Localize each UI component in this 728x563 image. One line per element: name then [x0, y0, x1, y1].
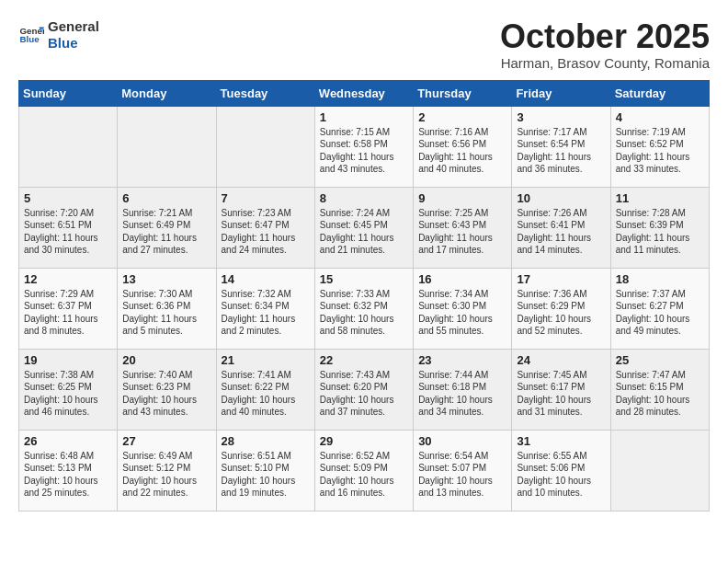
day-info: Sunrise: 7:32 AM Sunset: 6:34 PM Dayligh…: [222, 288, 310, 338]
calendar-cell: 7Sunrise: 7:23 AM Sunset: 6:47 PM Daylig…: [216, 187, 314, 268]
calendar-cell: 25Sunrise: 7:47 AM Sunset: 6:15 PM Dayli…: [610, 349, 709, 430]
calendar-cell: 11Sunrise: 7:28 AM Sunset: 6:39 PM Dayli…: [610, 187, 709, 268]
weekday-header-friday: Friday: [512, 80, 610, 106]
calendar-week-4: 19Sunrise: 7:38 AM Sunset: 6:25 PM Dayli…: [19, 349, 710, 430]
day-info: Sunrise: 7:19 AM Sunset: 6:52 PM Dayligh…: [616, 126, 704, 176]
day-number: 15: [320, 272, 408, 286]
day-info: Sunrise: 6:52 AM Sunset: 5:09 PM Dayligh…: [320, 450, 408, 500]
day-info: Sunrise: 7:44 AM Sunset: 6:18 PM Dayligh…: [418, 369, 506, 419]
title-block: October 2025 Harman, Brasov County, Roma…: [500, 18, 710, 71]
calendar-cell: 23Sunrise: 7:44 AM Sunset: 6:18 PM Dayli…: [414, 349, 512, 430]
day-info: Sunrise: 7:33 AM Sunset: 6:32 PM Dayligh…: [320, 288, 408, 338]
day-number: 22: [320, 353, 408, 367]
day-info: Sunrise: 7:36 AM Sunset: 6:29 PM Dayligh…: [517, 288, 605, 338]
calendar-cell: 5Sunrise: 7:20 AM Sunset: 6:51 PM Daylig…: [19, 187, 118, 268]
calendar-cell: 12Sunrise: 7:29 AM Sunset: 6:37 PM Dayli…: [19, 268, 118, 349]
day-info: Sunrise: 7:16 AM Sunset: 6:56 PM Dayligh…: [418, 126, 506, 176]
calendar-cell: 13Sunrise: 7:30 AM Sunset: 6:36 PM Dayli…: [118, 268, 216, 349]
logo-blue: Blue: [48, 35, 78, 51]
day-info: Sunrise: 7:43 AM Sunset: 6:20 PM Dayligh…: [320, 369, 408, 419]
logo-text: General Blue: [48, 18, 99, 52]
calendar-cell: 6Sunrise: 7:21 AM Sunset: 6:49 PM Daylig…: [118, 187, 216, 268]
logo: General Blue General Blue: [18, 18, 99, 52]
day-info: Sunrise: 6:54 AM Sunset: 5:07 PM Dayligh…: [418, 450, 506, 500]
day-info: Sunrise: 7:37 AM Sunset: 6:27 PM Dayligh…: [616, 288, 704, 338]
day-number: 5: [24, 191, 112, 205]
calendar-week-3: 12Sunrise: 7:29 AM Sunset: 6:37 PM Dayli…: [19, 268, 710, 349]
calendar-cell: 2Sunrise: 7:16 AM Sunset: 6:56 PM Daylig…: [414, 106, 512, 187]
day-info: Sunrise: 7:23 AM Sunset: 6:47 PM Dayligh…: [222, 207, 310, 257]
weekday-header-tuesday: Tuesday: [216, 80, 314, 106]
weekday-header-wednesday: Wednesday: [314, 80, 413, 106]
day-number: 2: [418, 110, 506, 124]
day-number: 17: [517, 272, 605, 286]
calendar-cell: 10Sunrise: 7:26 AM Sunset: 6:41 PM Dayli…: [512, 187, 610, 268]
weekday-header-sunday: Sunday: [19, 80, 118, 106]
day-number: 1: [320, 110, 408, 124]
calendar-cell: 29Sunrise: 6:52 AM Sunset: 5:09 PM Dayli…: [314, 430, 413, 511]
calendar-cell: 31Sunrise: 6:55 AM Sunset: 5:06 PM Dayli…: [512, 430, 610, 511]
calendar-cell: 1Sunrise: 7:15 AM Sunset: 6:58 PM Daylig…: [314, 106, 413, 187]
weekday-header-monday: Monday: [118, 80, 216, 106]
calendar-week-2: 5Sunrise: 7:20 AM Sunset: 6:51 PM Daylig…: [19, 187, 710, 268]
logo-general: General: [48, 18, 99, 34]
calendar-cell: [610, 430, 709, 511]
calendar-cell: 15Sunrise: 7:33 AM Sunset: 6:32 PM Dayli…: [314, 268, 413, 349]
day-info: Sunrise: 7:34 AM Sunset: 6:30 PM Dayligh…: [418, 288, 506, 338]
day-info: Sunrise: 7:47 AM Sunset: 6:15 PM Dayligh…: [616, 369, 704, 419]
calendar-week-5: 26Sunrise: 6:48 AM Sunset: 5:13 PM Dayli…: [19, 430, 710, 511]
calendar-cell: 18Sunrise: 7:37 AM Sunset: 6:27 PM Dayli…: [610, 268, 709, 349]
calendar-cell: 8Sunrise: 7:24 AM Sunset: 6:45 PM Daylig…: [314, 187, 413, 268]
day-info: Sunrise: 7:38 AM Sunset: 6:25 PM Dayligh…: [24, 369, 112, 419]
calendar-cell: [19, 106, 118, 187]
day-info: Sunrise: 7:29 AM Sunset: 6:37 PM Dayligh…: [24, 288, 112, 338]
day-number: 31: [517, 434, 605, 448]
day-info: Sunrise: 7:26 AM Sunset: 6:41 PM Dayligh…: [517, 207, 605, 257]
day-number: 8: [320, 191, 408, 205]
calendar-cell: 24Sunrise: 7:45 AM Sunset: 6:17 PM Dayli…: [512, 349, 610, 430]
day-info: Sunrise: 7:28 AM Sunset: 6:39 PM Dayligh…: [616, 207, 704, 257]
day-number: 26: [24, 434, 112, 448]
calendar-cell: 22Sunrise: 7:43 AM Sunset: 6:20 PM Dayli…: [314, 349, 413, 430]
day-number: 27: [122, 434, 210, 448]
day-info: Sunrise: 7:25 AM Sunset: 6:43 PM Dayligh…: [418, 207, 506, 257]
day-number: 29: [320, 434, 408, 448]
day-number: 18: [616, 272, 704, 286]
day-number: 25: [616, 353, 704, 367]
day-info: Sunrise: 6:55 AM Sunset: 5:06 PM Dayligh…: [517, 450, 605, 500]
calendar-cell: 16Sunrise: 7:34 AM Sunset: 6:30 PM Dayli…: [414, 268, 512, 349]
day-info: Sunrise: 6:51 AM Sunset: 5:10 PM Dayligh…: [222, 450, 310, 500]
calendar-cell: 3Sunrise: 7:17 AM Sunset: 6:54 PM Daylig…: [512, 106, 610, 187]
calendar-cell: 19Sunrise: 7:38 AM Sunset: 6:25 PM Dayli…: [19, 349, 118, 430]
header: General Blue General Blue October 2025 H…: [18, 18, 710, 71]
day-number: 12: [24, 272, 112, 286]
logo-icon: General Blue: [18, 22, 44, 48]
day-info: Sunrise: 7:20 AM Sunset: 6:51 PM Dayligh…: [24, 207, 112, 257]
calendar-cell: 28Sunrise: 6:51 AM Sunset: 5:10 PM Dayli…: [216, 430, 314, 511]
location-title: Harman, Brasov County, Romania: [500, 55, 710, 71]
day-number: 24: [517, 353, 605, 367]
day-number: 16: [418, 272, 506, 286]
calendar-cell: 30Sunrise: 6:54 AM Sunset: 5:07 PM Dayli…: [414, 430, 512, 511]
day-number: 23: [418, 353, 506, 367]
calendar-cell: [216, 106, 314, 187]
day-info: Sunrise: 7:41 AM Sunset: 6:22 PM Dayligh…: [222, 369, 310, 419]
calendar-cell: 21Sunrise: 7:41 AM Sunset: 6:22 PM Dayli…: [216, 349, 314, 430]
day-info: Sunrise: 7:40 AM Sunset: 6:23 PM Dayligh…: [122, 369, 210, 419]
weekday-header-saturday: Saturday: [610, 80, 709, 106]
day-number: 11: [616, 191, 704, 205]
calendar-cell: 14Sunrise: 7:32 AM Sunset: 6:34 PM Dayli…: [216, 268, 314, 349]
day-info: Sunrise: 7:21 AM Sunset: 6:49 PM Dayligh…: [122, 207, 210, 257]
day-number: 4: [616, 110, 704, 124]
calendar-cell: 26Sunrise: 6:48 AM Sunset: 5:13 PM Dayli…: [19, 430, 118, 511]
calendar-cell: 27Sunrise: 6:49 AM Sunset: 5:12 PM Dayli…: [118, 430, 216, 511]
calendar-cell: [118, 106, 216, 187]
day-number: 3: [517, 110, 605, 124]
day-number: 7: [222, 191, 310, 205]
day-info: Sunrise: 7:45 AM Sunset: 6:17 PM Dayligh…: [517, 369, 605, 419]
day-number: 6: [122, 191, 210, 205]
day-info: Sunrise: 7:15 AM Sunset: 6:58 PM Dayligh…: [320, 126, 408, 176]
calendar-cell: 20Sunrise: 7:40 AM Sunset: 6:23 PM Dayli…: [118, 349, 216, 430]
day-info: Sunrise: 6:49 AM Sunset: 5:12 PM Dayligh…: [122, 450, 210, 500]
calendar-cell: 17Sunrise: 7:36 AM Sunset: 6:29 PM Dayli…: [512, 268, 610, 349]
